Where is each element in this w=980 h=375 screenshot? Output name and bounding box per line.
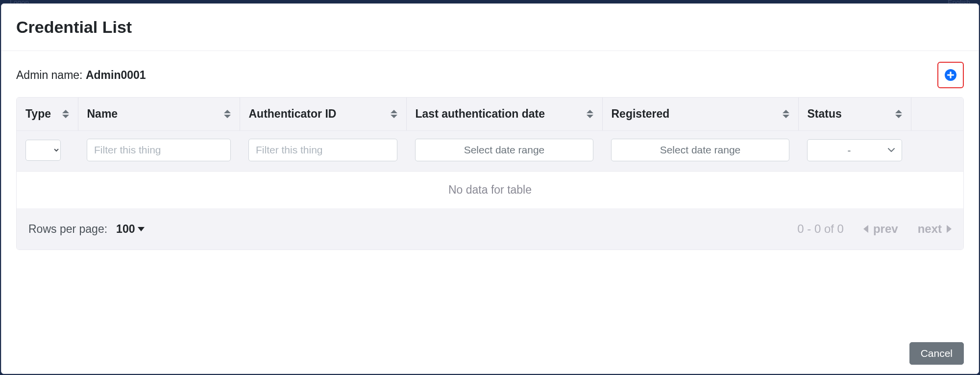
caret-left-icon <box>863 225 868 233</box>
admin-name-label: Admin name: Admin0001 <box>16 69 146 82</box>
col-header-type[interactable]: Type <box>17 98 78 131</box>
sort-icon <box>62 110 69 118</box>
pagination-prev-label: prev <box>873 222 898 236</box>
cancel-button[interactable]: Cancel <box>909 342 964 365</box>
col-header-last-auth-date-label: Last authentication date <box>416 107 545 121</box>
sort-icon <box>783 110 789 118</box>
filter-type-select[interactable] <box>25 140 61 161</box>
table-filter-row: Select date range Select date range - <box>17 131 963 172</box>
col-header-actions <box>911 98 963 131</box>
pagination-next-label: next <box>918 222 942 236</box>
col-header-last-auth-date[interactable]: Last authentication date <box>406 98 602 131</box>
admin-name-value: Admin0001 <box>86 69 146 81</box>
credential-list-modal: Credential List Admin name: Admin0001 <box>1 3 979 374</box>
rows-per-page-value: 100 <box>116 223 135 236</box>
filter-last-auth-date-range[interactable]: Select date range <box>415 139 593 161</box>
pagination-range: 0 - 0 of 0 <box>797 222 844 236</box>
table-header-row: Type Name Authenticator ID <box>17 98 963 131</box>
add-credential-button[interactable] <box>937 62 964 88</box>
filter-authenticator-id-input[interactable] <box>248 139 397 161</box>
caret-down-icon <box>138 227 145 231</box>
col-header-status-label: Status <box>808 107 842 121</box>
col-header-name-label: Name <box>87 107 118 121</box>
table-empty-message: No data for table <box>17 172 963 209</box>
sort-icon <box>587 110 593 118</box>
modal-header: Credential List <box>1 4 979 51</box>
plus-circle-icon <box>944 68 957 82</box>
sort-icon <box>895 110 902 118</box>
rows-per-page-label: Rows per page: <box>28 223 107 236</box>
col-header-status[interactable]: Status <box>798 98 911 131</box>
col-header-registered-label: Registered <box>612 107 670 121</box>
filter-status-select[interactable]: - <box>807 139 902 161</box>
rows-per-page: Rows per page: 100 <box>28 223 145 236</box>
filter-name-input[interactable] <box>87 139 231 161</box>
background-topbar: Logon English <box>0 0 980 3</box>
col-header-authenticator-id-label: Authenticator ID <box>249 107 337 121</box>
admin-row: Admin name: Admin0001 <box>1 51 979 93</box>
pagination-controls: 0 - 0 of 0 prev next <box>797 222 952 236</box>
table-empty-row: No data for table <box>17 172 963 209</box>
sort-icon <box>224 110 231 118</box>
col-header-type-label: Type <box>25 107 51 121</box>
col-header-registered[interactable]: Registered <box>602 98 798 131</box>
svg-rect-2 <box>947 74 954 75</box>
admin-name-prefix: Admin name: <box>16 69 86 81</box>
caret-right-icon <box>947 225 952 233</box>
table-footer: Rows per page: 100 0 - 0 of 0 prev next <box>17 208 963 250</box>
sort-icon <box>391 110 397 118</box>
pagination-next-button[interactable]: next <box>918 222 952 236</box>
rows-per-page-select[interactable]: 100 <box>116 223 145 236</box>
credential-table-wrap: Type Name Authenticator ID <box>16 97 964 250</box>
modal-title: Credential List <box>16 18 964 37</box>
credential-table: Type Name Authenticator ID <box>17 98 963 208</box>
col-header-name[interactable]: Name <box>78 98 240 131</box>
modal-footer: Cancel <box>909 342 964 365</box>
filter-registered-date-range[interactable]: Select date range <box>611 139 789 161</box>
pagination-prev-button[interactable]: prev <box>863 222 898 236</box>
col-header-authenticator-id[interactable]: Authenticator ID <box>240 98 406 131</box>
